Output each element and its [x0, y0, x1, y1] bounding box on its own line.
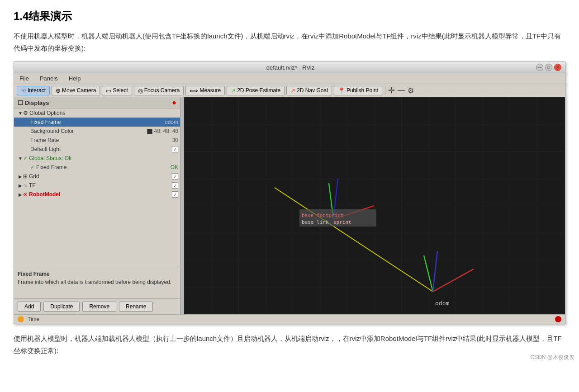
bg-color-label: Background Color	[30, 128, 143, 134]
displays-close-icon[interactable]: ●	[172, 99, 176, 107]
robot-model-expand[interactable]: ▶	[18, 192, 23, 197]
rviz-titlebar: default.rviz* - RViz — □ ✕	[14, 62, 565, 73]
toolbar-separator	[385, 86, 385, 95]
menu-help[interactable]: Help	[67, 74, 83, 83]
description-top: 不使用机器人模型时，机器人端启动机器人(使用包含TF坐标换的launch文件)，…	[14, 30, 565, 54]
info-title: Fixed Frame	[18, 271, 176, 277]
minimize-button[interactable]: —	[536, 64, 543, 71]
rviz-main: ☐ Displays ● ▼ ⚙ Global Options	[14, 97, 565, 314]
menu-file[interactable]: File	[18, 74, 31, 83]
robot-model-icon: ⊗	[23, 191, 28, 198]
sprint-label: sprint	[333, 219, 351, 225]
csdn-watermark: CSDN @木俊俊俊	[530, 354, 574, 361]
2d-pose-icon: ↗	[231, 87, 236, 94]
displays-info: Fixed Frame Frame into which all data is…	[14, 267, 180, 298]
grid-check[interactable]: ✓	[172, 173, 178, 179]
interact-label: Interact	[28, 87, 46, 94]
tf-checkbox[interactable]: ✓	[172, 182, 178, 189]
maximize-button[interactable]: □	[545, 64, 552, 71]
crosshair-icon[interactable]: ✛	[388, 85, 395, 95]
global-options-label: Global Options	[29, 110, 178, 116]
focus-camera-label: Focus Camera	[144, 87, 180, 94]
menu-panels[interactable]: Panels	[38, 74, 60, 83]
bg-color-value: 48; 48; 48	[147, 128, 178, 134]
select-icon: ▭	[106, 87, 111, 94]
displays-header: ☐ Displays ●	[14, 97, 180, 109]
fixed-frame-ok-icon: ✓	[30, 164, 35, 170]
tf-icon: ∿	[23, 182, 28, 189]
default-light-value: ✓	[172, 146, 178, 153]
section-title: 1.4结果演示	[14, 9, 565, 24]
rviz-window: default.rviz* - RViz — □ ✕ File Panels H…	[14, 61, 565, 324]
move-camera-icon: ⊕	[56, 87, 61, 94]
select-label: Select	[113, 87, 128, 94]
select-button[interactable]: ▭ Select	[102, 86, 132, 95]
base-footprint-label: base_footprint	[302, 213, 344, 218]
global-options-row[interactable]: ▼ ⚙ Global Options	[14, 109, 180, 118]
description-bottom: 使用机器人模型时，机器人端加载机器人模型（执行上一步的launch文件）且启动机…	[14, 332, 565, 357]
fixed-frame-status-value: OK	[171, 164, 178, 170]
2d-nav-button[interactable]: ↗ 2D Nav Goal	[286, 86, 332, 95]
base-link-label: base_link	[302, 219, 329, 225]
global-options-expand[interactable]: ▼	[18, 111, 23, 116]
global-status-row[interactable]: ▼ ✓ Global Status: Ok	[14, 154, 180, 163]
grid-icon: ⊞	[23, 173, 28, 179]
remove-button[interactable]: Remove	[82, 302, 116, 312]
displays-title: Displays	[25, 99, 49, 106]
odom-label-text: odom	[435, 300, 449, 307]
displays-tree: ▼ ⚙ Global Options Fixed Frame odom	[14, 109, 180, 267]
duplicate-button[interactable]: Duplicate	[43, 302, 80, 312]
focus-camera-icon: ◎	[138, 87, 143, 94]
grid-expand[interactable]: ▶	[18, 174, 23, 179]
settings-icon[interactable]: ⚙	[408, 86, 414, 95]
tf-row[interactable]: ▶ ∿ TF ✓	[14, 181, 180, 190]
publish-point-button[interactable]: 📍 Publish Point	[334, 86, 382, 95]
displays-icon: ☐	[18, 99, 23, 106]
focus-camera-button[interactable]: ◎ Focus Camera	[134, 86, 184, 95]
measure-button[interactable]: ⟺ Measure	[185, 86, 225, 95]
time-indicator	[18, 316, 24, 322]
grid-label: Grid	[29, 173, 168, 179]
fixed-frame-status-row[interactable]: ✓ Fixed Frame OK	[14, 163, 180, 172]
rename-button[interactable]: Rename	[119, 302, 153, 312]
background-color-row[interactable]: Background Color 48; 48; 48	[14, 127, 180, 136]
interact-button[interactable]: ☜ Interact	[17, 86, 50, 95]
default-light-row[interactable]: Default Light ✓	[14, 145, 180, 154]
fixed-frame-value: odom	[165, 119, 178, 125]
fixed-frame-status-label: Fixed Frame	[36, 164, 167, 170]
displays-panel: ☐ Displays ● ▼ ⚙ Global Options	[14, 97, 180, 314]
publish-point-label: Publish Point	[346, 87, 378, 94]
fixed-frame-row[interactable]: Fixed Frame odom	[14, 118, 180, 127]
minus-icon[interactable]: —	[398, 86, 405, 94]
time-label: Time	[28, 316, 39, 322]
interact-icon: ☜	[21, 87, 26, 94]
rviz-menubar: File Panels Help	[14, 73, 565, 84]
global-status-expand[interactable]: ▼	[18, 156, 23, 161]
bg-color-swatch	[147, 129, 152, 134]
tf-expand[interactable]: ▶	[18, 183, 23, 188]
svg-rect-0	[184, 97, 565, 314]
tf-label: TF	[29, 182, 168, 189]
add-button[interactable]: Add	[18, 302, 41, 312]
default-light-label: Default Light	[30, 146, 168, 152]
robot-model-label: RobotModel	[29, 191, 168, 198]
grid-row[interactable]: ▶ ⊞ Grid ✓	[14, 172, 180, 181]
move-camera-button[interactable]: ⊕ Move Camera	[52, 86, 100, 95]
robot-model-check[interactable]: ✓	[172, 191, 178, 198]
measure-icon: ⟺	[190, 87, 198, 94]
frame-rate-row[interactable]: Frame Rate 30	[14, 136, 180, 145]
displays-buttons: Add Duplicate Remove Rename	[14, 298, 180, 314]
robot-model-row[interactable]: ▶ ⊗ RobotModel ✓	[14, 190, 180, 199]
robot-model-checkbox[interactable]: ✓	[172, 191, 178, 198]
rviz-viewport[interactable]: base_footprint base_link sprint odom	[184, 97, 565, 314]
close-button[interactable]: ✕	[554, 64, 561, 71]
2d-pose-button[interactable]: ↗ 2D Pose Estimate	[227, 86, 285, 95]
global-status-label: Global Status: Ok	[29, 155, 178, 161]
grid-checkbox[interactable]: ✓	[172, 173, 178, 180]
resize-handle[interactable]	[180, 97, 184, 314]
status-red-indicator	[555, 316, 561, 322]
tf-check[interactable]: ✓	[172, 182, 178, 189]
publish-point-icon: 📍	[338, 87, 345, 94]
default-light-checkbox[interactable]: ✓	[172, 146, 178, 152]
frame-rate-label: Frame Rate	[30, 137, 169, 143]
